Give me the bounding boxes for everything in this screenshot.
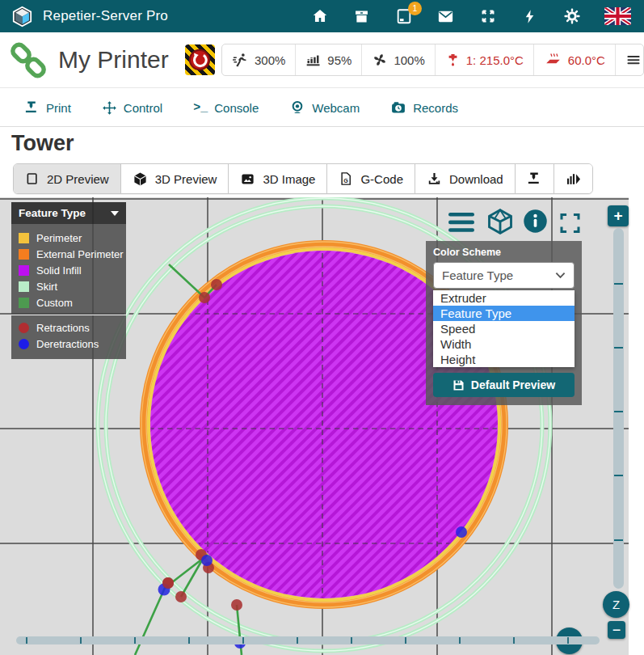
expand-fullscreen-icon[interactable] bbox=[478, 7, 497, 26]
flow-bars-icon bbox=[305, 52, 322, 68]
range-tick bbox=[188, 637, 190, 644]
print-icon bbox=[24, 100, 40, 115]
flow-status[interactable]: 95% bbox=[296, 44, 362, 75]
range-tick bbox=[351, 637, 352, 644]
bed-temp-value: 60.0°C bbox=[568, 53, 605, 67]
cube-icon bbox=[133, 171, 148, 187]
layer-slider-vertical[interactable] bbox=[613, 228, 624, 589]
external-perimeter-swatch bbox=[19, 249, 29, 260]
legend-item: Perimeter bbox=[11, 230, 126, 246]
range-tick bbox=[567, 637, 569, 644]
download-button[interactable]: Download bbox=[415, 164, 515, 193]
range-tick bbox=[242, 637, 244, 644]
range-tick bbox=[405, 637, 406, 644]
z-mode-button[interactable]: Z bbox=[603, 591, 629, 618]
extruder-temp-status[interactable]: 1: 215.0°C bbox=[436, 44, 534, 75]
tab-console[interactable]: >_ Console bbox=[193, 101, 259, 115]
power-bolt-icon[interactable] bbox=[520, 7, 539, 26]
feature-legend: Feature Type Perimeter External Perimete… bbox=[11, 202, 126, 359]
layer-slider-tick bbox=[614, 411, 623, 412]
settings-gear-icon[interactable] bbox=[562, 7, 581, 26]
layers-forward-icon bbox=[566, 171, 581, 187]
2d-preview-button[interactable]: 2D Preview bbox=[14, 164, 120, 193]
fullscreen-button[interactable] bbox=[558, 211, 582, 235]
layer-slider-tick bbox=[614, 539, 623, 541]
gcode-button[interactable]: G G-Code bbox=[326, 164, 415, 193]
tab-print[interactable]: Print bbox=[24, 100, 71, 115]
archive-box-icon[interactable] bbox=[352, 7, 371, 26]
notification-badge: 1 bbox=[408, 2, 422, 15]
print-job-button[interactable] bbox=[515, 164, 554, 193]
gcode-file-icon: G bbox=[339, 171, 353, 186]
printer-menu-button[interactable] bbox=[616, 44, 644, 75]
layer-slider-tick bbox=[614, 475, 623, 476]
speed-status[interactable]: 300% bbox=[222, 44, 296, 75]
extruder-icon bbox=[445, 53, 461, 68]
bed-temp-status[interactable]: 60.0°C bbox=[534, 44, 616, 75]
3d-preview-button[interactable]: 3D Preview bbox=[120, 164, 229, 193]
color-scheme-select[interactable]: Feature Type bbox=[433, 262, 575, 289]
range-tick bbox=[80, 637, 82, 644]
layer-scan-button[interactable] bbox=[554, 164, 592, 193]
webcam-icon bbox=[289, 99, 305, 116]
legend-item: Deretractions bbox=[11, 336, 126, 352]
legend-item: External Perimeter bbox=[11, 246, 126, 262]
tab-webcam[interactable]: Webcam bbox=[289, 99, 360, 116]
perimeter-swatch bbox=[19, 233, 29, 243]
image-icon bbox=[240, 171, 255, 187]
zoom-in-button[interactable]: + bbox=[608, 205, 629, 226]
legend-header-dropdown[interactable]: Feature Type bbox=[11, 202, 126, 224]
printer-notifications-icon[interactable]: 1 bbox=[394, 7, 413, 26]
square-outline-icon bbox=[25, 171, 40, 186]
deretractions-marker-swatch bbox=[19, 339, 29, 349]
home-icon[interactable] bbox=[310, 7, 329, 26]
preview-area: Feature Type Perimeter External Perimete… bbox=[0, 197, 644, 655]
print-icon bbox=[527, 171, 542, 186]
svg-text:G: G bbox=[344, 178, 349, 184]
option-feature-type[interactable]: Feature Type bbox=[433, 306, 575, 321]
option-speed[interactable]: Speed bbox=[433, 321, 575, 336]
view-button-group: 2D Preview 3D Preview 3D Image G G-Code … bbox=[13, 163, 593, 194]
layer-range-slider-horizontal[interactable] bbox=[16, 636, 600, 644]
app-title: Repetier-Server Pro bbox=[43, 8, 168, 24]
default-preview-button[interactable]: Default Preview bbox=[433, 373, 575, 397]
zoom-out-button[interactable]: − bbox=[608, 621, 625, 639]
repetier-logo-icon bbox=[11, 6, 33, 27]
option-width[interactable]: Width bbox=[433, 336, 575, 352]
records-camera-icon bbox=[390, 99, 406, 116]
3d-image-button[interactable]: 3D Image bbox=[228, 164, 326, 193]
fan-value: 100% bbox=[394, 53, 424, 67]
color-scheme-option-list: Extruder Feature Type Speed Width Height bbox=[433, 290, 575, 367]
color-scheme-panel: Color Scheme Feature Type Extruder Featu… bbox=[426, 241, 582, 405]
option-extruder[interactable]: Extruder bbox=[433, 290, 575, 306]
heated-bed-icon bbox=[544, 52, 562, 69]
option-height[interactable]: Height bbox=[433, 352, 575, 367]
top-navbar: Repetier-Server Pro 1 bbox=[0, 0, 644, 32]
messages-envelope-icon[interactable] bbox=[436, 7, 455, 26]
3d-view-toggle-button[interactable] bbox=[485, 205, 516, 238]
printer-status-bar: 300% 95% 100% bbox=[221, 44, 644, 76]
legend-title: Feature Type bbox=[19, 207, 86, 219]
speed-value: 300% bbox=[255, 53, 285, 67]
legend-item: Solid Infill bbox=[11, 262, 126, 278]
language-flag-icon[interactable] bbox=[604, 7, 631, 26]
retraction-marker bbox=[162, 577, 174, 589]
skirt-swatch bbox=[19, 281, 29, 292]
tab-control[interactable]: Control bbox=[102, 100, 162, 116]
chevron-down-icon bbox=[555, 272, 566, 279]
range-tick bbox=[297, 637, 298, 644]
speed-runner-icon bbox=[232, 52, 249, 69]
legend-item: Custom bbox=[11, 294, 126, 311]
preview-menu-button[interactable] bbox=[448, 211, 475, 233]
fan-status[interactable]: 100% bbox=[362, 44, 435, 75]
layer-slider-tick bbox=[614, 347, 623, 349]
emergency-stop-button[interactable] bbox=[185, 44, 215, 75]
info-button[interactable] bbox=[523, 209, 548, 234]
extruder-temp-value: 1: 215.0°C bbox=[466, 53, 524, 67]
range-tick bbox=[513, 637, 515, 644]
printer-link-icon bbox=[10, 41, 47, 78]
console-prompt-icon: >_ bbox=[193, 101, 208, 115]
color-scheme-selected-value: Feature Type bbox=[442, 268, 513, 282]
tab-records[interactable]: Records bbox=[390, 99, 458, 116]
legend-item: Retractions bbox=[11, 319, 126, 336]
